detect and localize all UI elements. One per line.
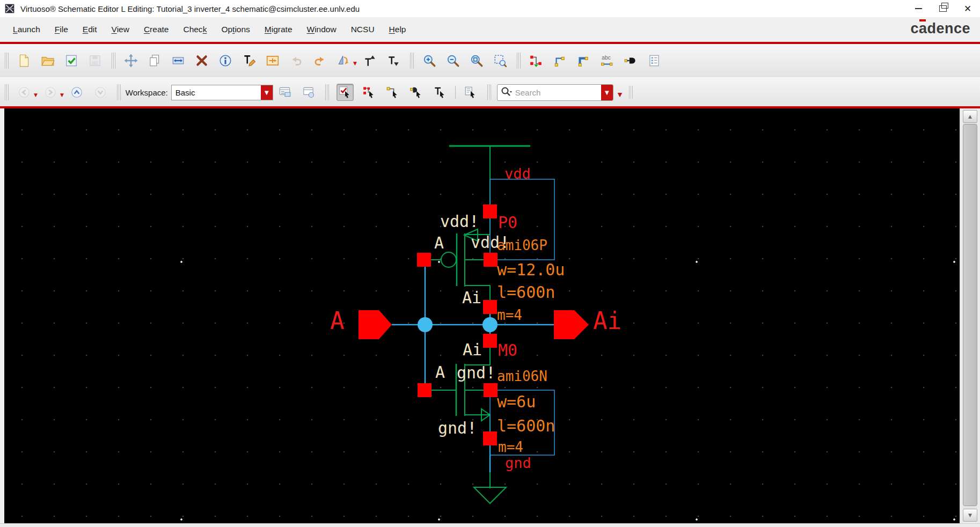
create-wire-button[interactable] — [552, 53, 568, 69]
selection-mode-button[interactable] — [337, 84, 354, 101]
tab-list-button[interactable] — [277, 84, 293, 100]
zoom-to-area-button[interactable] — [492, 53, 508, 69]
search-input[interactable] — [514, 87, 601, 98]
instance-dialog-button[interactable] — [265, 53, 281, 69]
menu-window[interactable]: Window — [307, 25, 337, 34]
junction-dot-input[interactable] — [418, 317, 433, 332]
net-label-gnd[interactable]: gnd — [505, 456, 531, 470]
redo-button[interactable] — [312, 53, 328, 69]
nmos-bulk-net-label[interactable]: gnd! — [457, 365, 495, 381]
pmos-drain-net-label[interactable]: Ai — [462, 290, 481, 306]
scroll-down-button[interactable]: ▼ — [963, 509, 977, 522]
scrollbar-thumb[interactable] — [963, 124, 977, 506]
forward-dropdown-arrow[interactable]: ▼ — [60, 92, 64, 98]
junction-dot-output[interactable] — [482, 317, 498, 332]
pmos-drain-pin[interactable] — [483, 300, 497, 314]
create-wire-name-button[interactable]: abc — [599, 53, 615, 69]
wire-mode-button[interactable] — [385, 84, 401, 100]
nmos-width-param[interactable]: w=6u — [497, 394, 536, 410]
save-button[interactable] — [87, 53, 103, 69]
search-dropdown-button[interactable]: ▼ — [601, 85, 613, 100]
stretch-button[interactable] — [170, 53, 186, 69]
move-button[interactable] — [123, 53, 139, 69]
output-pin-name[interactable]: Ai — [593, 309, 621, 333]
toolbar-grip[interactable] — [629, 86, 633, 99]
instance-mode-button[interactable] — [361, 84, 377, 100]
window-layout-button[interactable] — [301, 84, 317, 100]
new-file-button[interactable] — [16, 53, 32, 69]
menu-view[interactable]: View — [112, 25, 129, 34]
pmos-gate-pin[interactable] — [417, 253, 431, 267]
nmos-gate-pin[interactable] — [418, 383, 432, 397]
menu-create[interactable]: Create — [144, 25, 169, 34]
undo-button[interactable] — [288, 53, 304, 69]
forward-button[interactable] — [42, 84, 58, 100]
menu-options[interactable]: Options — [221, 25, 250, 34]
nmos-source-net-label[interactable]: gnd! — [438, 420, 477, 436]
toolbar-grip[interactable] — [5, 53, 9, 69]
create-instance-button[interactable] — [528, 53, 544, 69]
create-wide-wire-button[interactable] — [575, 53, 591, 69]
zoom-to-fit-button[interactable] — [469, 53, 485, 69]
up-hierarchy-button[interactable] — [69, 84, 85, 100]
toolbar-grip[interactable] — [112, 53, 115, 69]
pmos-width-param[interactable]: w=12.0u — [497, 262, 565, 278]
workspace-combobox[interactable]: Basic▼ — [171, 85, 273, 100]
zoom-out-button[interactable] — [445, 53, 461, 69]
nmos-gate-net-label[interactable]: A — [435, 364, 445, 380]
text-mode-button[interactable] — [432, 84, 448, 100]
search-options-arrow[interactable]: ▼ — [618, 91, 622, 98]
menu-file[interactable]: File — [55, 25, 68, 34]
edit-properties-button[interactable] — [241, 53, 257, 69]
gnd-symbol[interactable] — [474, 471, 506, 503]
menu-edit[interactable]: Edit — [83, 25, 97, 34]
nmos-source-pin[interactable] — [483, 431, 497, 445]
toolbar-grip[interactable] — [517, 53, 521, 69]
descend-button[interactable] — [385, 53, 401, 69]
toolbar-grip[interactable] — [487, 84, 491, 100]
scroll-up-button[interactable]: ▲ — [963, 110, 977, 123]
menu-help[interactable]: Help — [389, 25, 406, 34]
toolbar-grip[interactable] — [5, 84, 9, 100]
property-mode-button[interactable] — [408, 84, 425, 100]
restore-button[interactable] — [931, 0, 955, 17]
pmos-instance-name[interactable]: P0 — [498, 215, 517, 231]
back-dropdown-arrow[interactable]: ▼ — [34, 92, 38, 98]
pmos-gate-net-label[interactable]: A — [434, 235, 444, 251]
back-button[interactable] — [16, 84, 32, 100]
nmos-drain-net-label[interactable]: Ai — [463, 342, 482, 358]
menu-ncsu[interactable]: NCSU — [351, 25, 375, 34]
workspace-dropdown-button[interactable]: ▼ — [261, 85, 273, 100]
input-pin-symbol[interactable] — [359, 310, 392, 339]
create-pin-button[interactable] — [623, 53, 639, 69]
ascend-button[interactable] — [362, 53, 378, 69]
net-label-vdd[interactable]: vdd — [504, 166, 531, 181]
close-button[interactable]: ✕ — [955, 0, 980, 17]
nmos-model-label[interactable]: ami06N — [497, 369, 547, 383]
down-hierarchy-button[interactable] — [92, 84, 108, 100]
pmos-source-pin[interactable] — [483, 204, 497, 218]
nmos-mult-param[interactable]: m=4 — [498, 440, 523, 454]
document-mode-button[interactable] — [463, 84, 479, 100]
search-box[interactable]: ▼ — [497, 84, 613, 101]
pmos-bulk-pin[interactable] — [484, 253, 498, 267]
zoom-in-button[interactable] — [421, 53, 437, 69]
properties-button[interactable] — [217, 53, 233, 69]
minimize-button[interactable] — [906, 0, 931, 17]
toolbar-grip[interactable] — [325, 84, 329, 100]
output-pin-symbol[interactable] — [554, 310, 589, 339]
pmos-source-net-label[interactable]: vdd! — [440, 214, 479, 230]
pmos-model-label[interactable]: ami06P — [497, 238, 547, 252]
create-note-button[interactable] — [646, 53, 662, 69]
pmos-mult-param[interactable]: m=4 — [497, 308, 522, 322]
menu-launch[interactable]: Launch — [13, 25, 40, 34]
copy-button[interactable] — [147, 53, 163, 69]
check-and-save-button[interactable] — [63, 53, 79, 69]
nmos-drain-pin[interactable] — [483, 334, 497, 348]
delete-button[interactable] — [194, 53, 210, 69]
input-pin-name[interactable]: A — [330, 309, 345, 333]
open-button[interactable] — [40, 53, 56, 69]
rotate-dropdown-arrow[interactable]: ▼ — [353, 61, 357, 66]
nmos-instance-name[interactable]: M0 — [498, 342, 517, 358]
pmos-length-param[interactable]: l=600n — [497, 284, 555, 301]
